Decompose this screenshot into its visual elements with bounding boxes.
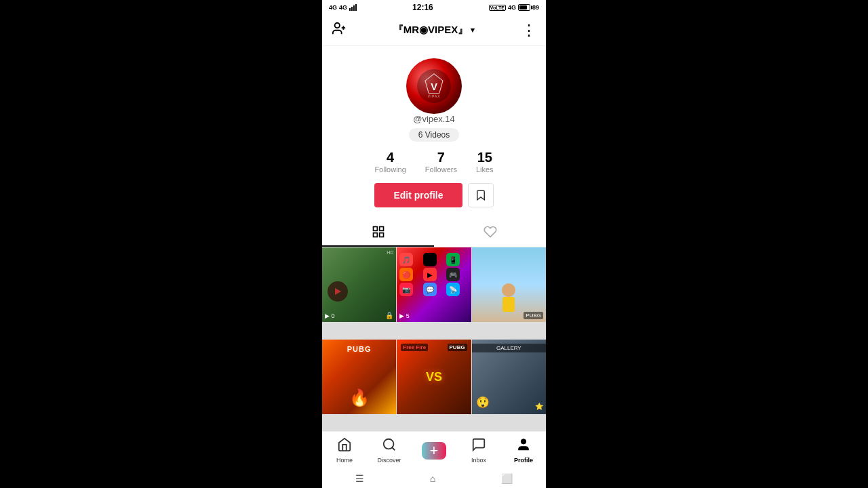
nav-add[interactable]: + bbox=[412, 442, 456, 460]
video-cell-5[interactable]: Free Fire VS PUBG bbox=[397, 340, 471, 414]
add-button[interactable]: + bbox=[422, 442, 446, 460]
video-cell-2[interactable]: 🎵 ♬ 📱 🔴 ▶ 🎮 📷 💬 📡 ▶ 5 bbox=[397, 247, 471, 322]
network-indicator-2: 4G bbox=[339, 4, 347, 11]
bookmark-icon bbox=[475, 189, 487, 201]
bottom-nav: Home Discover + Inbox bbox=[322, 431, 546, 469]
likes-stat[interactable]: 15 Likes bbox=[476, 150, 494, 174]
app-icon-8: 💬 bbox=[423, 283, 437, 296]
video-cell-4[interactable]: PUBG 🔥 bbox=[322, 340, 396, 414]
lock-icon: 🔒 bbox=[385, 312, 393, 319]
username: @vipex.14 bbox=[413, 114, 455, 124]
video-play-count: ▶ 0 bbox=[325, 312, 335, 319]
dropdown-icon: ▾ bbox=[471, 26, 475, 35]
character-figure bbox=[502, 283, 515, 312]
profile-nav-label: Profile bbox=[514, 457, 533, 464]
svg-rect-8 bbox=[379, 227, 383, 231]
video-play-count-2: ▶ 5 bbox=[399, 312, 410, 319]
network-indicator: 4G bbox=[329, 4, 337, 11]
android-back-button[interactable]: ⬜ bbox=[501, 473, 513, 484]
lte-indicator: 4G bbox=[508, 4, 516, 11]
edit-profile-button[interactable]: Edit profile bbox=[374, 183, 462, 207]
fire-emoji: 🔥 bbox=[349, 388, 370, 407]
volte-indicator: VoLTE bbox=[489, 5, 506, 11]
app-icon-6: 🎮 bbox=[446, 268, 460, 281]
likes-count: 15 bbox=[477, 150, 492, 165]
app-icon-2: ♬ bbox=[423, 253, 437, 266]
videos-badge: 6 Videos bbox=[409, 128, 459, 142]
grid-icon bbox=[372, 225, 385, 239]
tab-grid[interactable] bbox=[322, 218, 434, 247]
likes-label: Likes bbox=[476, 165, 494, 174]
freefire-badge: Free Fire bbox=[401, 344, 428, 351]
signal-strength bbox=[349, 4, 357, 11]
android-menu-button[interactable]: ☰ bbox=[355, 473, 364, 484]
phone-frame: 4G 4G 12:16 VoLTE 4G 89 bbox=[322, 0, 546, 488]
tab-bar bbox=[322, 218, 546, 247]
home-label: Home bbox=[336, 457, 353, 464]
app-icon-4: 🔴 bbox=[399, 268, 413, 281]
play-indicator bbox=[335, 288, 341, 295]
svg-point-13 bbox=[521, 439, 526, 444]
app-icon-3: 📱 bbox=[446, 253, 460, 266]
action-row: Edit profile bbox=[374, 183, 493, 207]
home-icon bbox=[337, 437, 352, 455]
nav-inbox[interactable]: Inbox bbox=[456, 437, 501, 464]
nav-profile[interactable]: Profile bbox=[501, 437, 546, 464]
following-label: Following bbox=[374, 165, 406, 174]
profile-nav-icon bbox=[516, 437, 531, 455]
svg-rect-10 bbox=[379, 233, 383, 237]
battery-level bbox=[519, 5, 527, 9]
heart-icon bbox=[484, 225, 497, 239]
add-user-button[interactable] bbox=[332, 21, 347, 39]
app-icons-grid: 🎵 ♬ 📱 🔴 ▶ 🎮 📷 💬 📡 bbox=[397, 250, 471, 299]
star-icon: ⭐ bbox=[535, 403, 543, 410]
clock: 12:16 bbox=[412, 3, 433, 12]
followers-label: Followers bbox=[425, 165, 457, 174]
vs-text: VS bbox=[426, 370, 442, 384]
battery bbox=[518, 4, 530, 11]
video-grid: ▶ 0 🔒 HD 🎵 ♬ 📱 🔴 ▶ 🎮 📷 💬 📡 ▶ 5 bbox=[322, 247, 546, 431]
svg-text:VIPAX: VIPAX bbox=[428, 95, 441, 98]
inbox-icon bbox=[471, 437, 486, 455]
character-head bbox=[502, 283, 515, 297]
nav-home[interactable]: Home bbox=[322, 437, 367, 464]
video-cell-6[interactable]: GALLERY 😲 ⭐ bbox=[472, 340, 546, 414]
pubg-badge: PUBG bbox=[448, 344, 467, 351]
battery-percent: 89 bbox=[532, 4, 539, 11]
stats-row: 4 Following 7 Followers 15 Likes bbox=[374, 150, 493, 174]
vipex-logo: V VIPAX bbox=[416, 68, 452, 104]
add-icon: + bbox=[430, 443, 439, 458]
svg-rect-7 bbox=[373, 227, 377, 231]
svg-text:V: V bbox=[431, 81, 437, 92]
app-icon-7: 📷 bbox=[399, 283, 413, 296]
android-home-button[interactable]: ⌂ bbox=[430, 473, 435, 484]
character-body bbox=[502, 297, 515, 312]
followers-count: 7 bbox=[437, 150, 445, 165]
top-nav: 『MR◉VIPEX』 ▾ ⋮ bbox=[322, 15, 546, 46]
gallery-header: GALLERY bbox=[472, 344, 546, 352]
svg-line-12 bbox=[392, 447, 395, 450]
video-cell-3[interactable]: PUBG bbox=[472, 247, 546, 322]
svg-point-11 bbox=[384, 439, 394, 449]
followers-stat[interactable]: 7 Followers bbox=[425, 150, 457, 174]
profile-name: 『MR◉VIPEX』 bbox=[393, 24, 469, 37]
video-cell-1[interactable]: ▶ 0 🔒 HD bbox=[322, 247, 396, 322]
video-quality: HD bbox=[387, 250, 393, 255]
app-icon-9: 📡 bbox=[446, 283, 460, 296]
app-icon-1: 🎵 bbox=[399, 253, 413, 266]
app-icon-5: ▶ bbox=[423, 268, 437, 281]
bookmark-button[interactable] bbox=[468, 183, 494, 207]
pubg-title: PUBG bbox=[347, 345, 372, 353]
more-options-button[interactable]: ⋮ bbox=[521, 22, 536, 39]
nav-discover[interactable]: Discover bbox=[367, 437, 412, 464]
tab-liked[interactable] bbox=[434, 218, 546, 247]
pubg-watermark: PUBG bbox=[524, 312, 543, 319]
profile-title[interactable]: 『MR◉VIPEX』 ▾ bbox=[393, 24, 475, 37]
following-count: 4 bbox=[387, 150, 394, 165]
following-stat[interactable]: 4 Following bbox=[374, 150, 406, 174]
status-left: 4G 4G bbox=[329, 4, 357, 11]
svg-point-0 bbox=[335, 23, 340, 28]
discover-icon bbox=[382, 437, 397, 455]
video-thumbnail-overlay bbox=[328, 281, 348, 302]
avatar: V VIPAX bbox=[406, 58, 462, 114]
